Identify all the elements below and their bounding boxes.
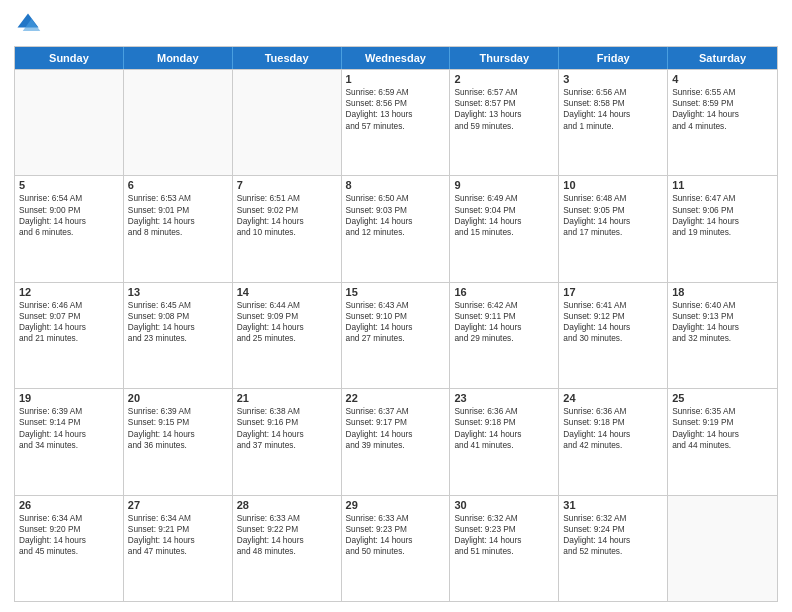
cell-line: Sunset: 9:10 PM — [346, 311, 446, 322]
cell-line: and 47 minutes. — [128, 546, 228, 557]
day-number: 16 — [454, 286, 554, 298]
day-number: 27 — [128, 499, 228, 511]
calendar-cell: 1Sunrise: 6:59 AMSunset: 8:56 PMDaylight… — [342, 70, 451, 175]
cell-line: Sunset: 8:59 PM — [672, 98, 773, 109]
calendar-cell: 24Sunrise: 6:36 AMSunset: 9:18 PMDayligh… — [559, 389, 668, 494]
cell-line: and 15 minutes. — [454, 227, 554, 238]
cell-line: and 39 minutes. — [346, 440, 446, 451]
cell-line: Daylight: 14 hours — [19, 535, 119, 546]
calendar-header-cell: Tuesday — [233, 47, 342, 69]
cell-line: Sunrise: 6:50 AM — [346, 193, 446, 204]
cell-line: Daylight: 14 hours — [128, 216, 228, 227]
cell-line: Sunset: 9:16 PM — [237, 417, 337, 428]
cell-line: and 37 minutes. — [237, 440, 337, 451]
cell-line: Sunrise: 6:53 AM — [128, 193, 228, 204]
cell-line: and 1 minute. — [563, 121, 663, 132]
cell-line: Sunset: 9:11 PM — [454, 311, 554, 322]
cell-line: Sunset: 9:23 PM — [454, 524, 554, 535]
calendar-cell: 21Sunrise: 6:38 AMSunset: 9:16 PMDayligh… — [233, 389, 342, 494]
cell-line: and 45 minutes. — [19, 546, 119, 557]
day-number: 23 — [454, 392, 554, 404]
calendar-cell: 2Sunrise: 6:57 AMSunset: 8:57 PMDaylight… — [450, 70, 559, 175]
day-number: 18 — [672, 286, 773, 298]
day-number: 21 — [237, 392, 337, 404]
cell-line: Daylight: 14 hours — [454, 429, 554, 440]
cell-line: Sunset: 9:05 PM — [563, 205, 663, 216]
calendar-cell: 9Sunrise: 6:49 AMSunset: 9:04 PMDaylight… — [450, 176, 559, 281]
cell-line: Daylight: 14 hours — [454, 322, 554, 333]
calendar-cell: 6Sunrise: 6:53 AMSunset: 9:01 PMDaylight… — [124, 176, 233, 281]
calendar-cell: 23Sunrise: 6:36 AMSunset: 9:18 PMDayligh… — [450, 389, 559, 494]
day-number: 10 — [563, 179, 663, 191]
cell-line: Daylight: 14 hours — [672, 322, 773, 333]
cell-line: Sunset: 9:15 PM — [128, 417, 228, 428]
calendar-cell: 15Sunrise: 6:43 AMSunset: 9:10 PMDayligh… — [342, 283, 451, 388]
cell-line: Sunrise: 6:34 AM — [19, 513, 119, 524]
calendar-cell: 18Sunrise: 6:40 AMSunset: 9:13 PMDayligh… — [668, 283, 777, 388]
page: SundayMondayTuesdayWednesdayThursdayFrid… — [0, 0, 792, 612]
cell-line: Daylight: 14 hours — [346, 322, 446, 333]
cell-line: Daylight: 14 hours — [237, 535, 337, 546]
calendar-cell: 3Sunrise: 6:56 AMSunset: 8:58 PMDaylight… — [559, 70, 668, 175]
cell-line: Sunset: 8:58 PM — [563, 98, 663, 109]
cell-line: and 8 minutes. — [128, 227, 228, 238]
cell-line: Sunrise: 6:46 AM — [19, 300, 119, 311]
calendar-cell: 13Sunrise: 6:45 AMSunset: 9:08 PMDayligh… — [124, 283, 233, 388]
cell-line: Sunset: 9:13 PM — [672, 311, 773, 322]
cell-line: Sunset: 8:57 PM — [454, 98, 554, 109]
calendar-cell: 8Sunrise: 6:50 AMSunset: 9:03 PMDaylight… — [342, 176, 451, 281]
cell-line: Daylight: 14 hours — [19, 322, 119, 333]
cell-line: Sunset: 9:19 PM — [672, 417, 773, 428]
cell-line: Sunset: 9:22 PM — [237, 524, 337, 535]
cell-line: Sunset: 9:17 PM — [346, 417, 446, 428]
day-number: 17 — [563, 286, 663, 298]
cell-line: and 17 minutes. — [563, 227, 663, 238]
cell-line: and 30 minutes. — [563, 333, 663, 344]
cell-line: and 44 minutes. — [672, 440, 773, 451]
calendar-row: 1Sunrise: 6:59 AMSunset: 8:56 PMDaylight… — [15, 69, 777, 175]
day-number: 1 — [346, 73, 446, 85]
header — [14, 10, 778, 38]
calendar-cell — [668, 496, 777, 601]
cell-line: Daylight: 14 hours — [128, 322, 228, 333]
day-number: 5 — [19, 179, 119, 191]
calendar-cell: 5Sunrise: 6:54 AMSunset: 9:00 PMDaylight… — [15, 176, 124, 281]
calendar-header-cell: Monday — [124, 47, 233, 69]
calendar-row: 26Sunrise: 6:34 AMSunset: 9:20 PMDayligh… — [15, 495, 777, 601]
cell-line: and 59 minutes. — [454, 121, 554, 132]
cell-line: and 42 minutes. — [563, 440, 663, 451]
cell-line: Sunset: 9:02 PM — [237, 205, 337, 216]
calendar-cell: 10Sunrise: 6:48 AMSunset: 9:05 PMDayligh… — [559, 176, 668, 281]
cell-line: Sunrise: 6:44 AM — [237, 300, 337, 311]
calendar-cell: 19Sunrise: 6:39 AMSunset: 9:14 PMDayligh… — [15, 389, 124, 494]
cell-line: Daylight: 14 hours — [346, 535, 446, 546]
calendar-header-cell: Friday — [559, 47, 668, 69]
day-number: 26 — [19, 499, 119, 511]
calendar-header: SundayMondayTuesdayWednesdayThursdayFrid… — [15, 47, 777, 69]
calendar-cell: 30Sunrise: 6:32 AMSunset: 9:23 PMDayligh… — [450, 496, 559, 601]
cell-line: Sunset: 9:18 PM — [454, 417, 554, 428]
cell-line: Daylight: 14 hours — [19, 216, 119, 227]
calendar-cell: 25Sunrise: 6:35 AMSunset: 9:19 PMDayligh… — [668, 389, 777, 494]
calendar-cell: 11Sunrise: 6:47 AMSunset: 9:06 PMDayligh… — [668, 176, 777, 281]
day-number: 31 — [563, 499, 663, 511]
cell-line: Sunrise: 6:57 AM — [454, 87, 554, 98]
calendar-cell: 17Sunrise: 6:41 AMSunset: 9:12 PMDayligh… — [559, 283, 668, 388]
cell-line: Sunrise: 6:35 AM — [672, 406, 773, 417]
cell-line: Daylight: 14 hours — [346, 216, 446, 227]
cell-line: Sunset: 9:14 PM — [19, 417, 119, 428]
cell-line: Sunset: 9:12 PM — [563, 311, 663, 322]
day-number: 2 — [454, 73, 554, 85]
cell-line: Daylight: 14 hours — [672, 429, 773, 440]
day-number: 13 — [128, 286, 228, 298]
cell-line: and 10 minutes. — [237, 227, 337, 238]
day-number: 24 — [563, 392, 663, 404]
cell-line: Sunrise: 6:45 AM — [128, 300, 228, 311]
cell-line: and 25 minutes. — [237, 333, 337, 344]
calendar-cell: 4Sunrise: 6:55 AMSunset: 8:59 PMDaylight… — [668, 70, 777, 175]
calendar-header-cell: Saturday — [668, 47, 777, 69]
cell-line: Daylight: 14 hours — [672, 109, 773, 120]
cell-line: Sunset: 9:18 PM — [563, 417, 663, 428]
cell-line: and 12 minutes. — [346, 227, 446, 238]
calendar-body: 1Sunrise: 6:59 AMSunset: 8:56 PMDaylight… — [15, 69, 777, 601]
